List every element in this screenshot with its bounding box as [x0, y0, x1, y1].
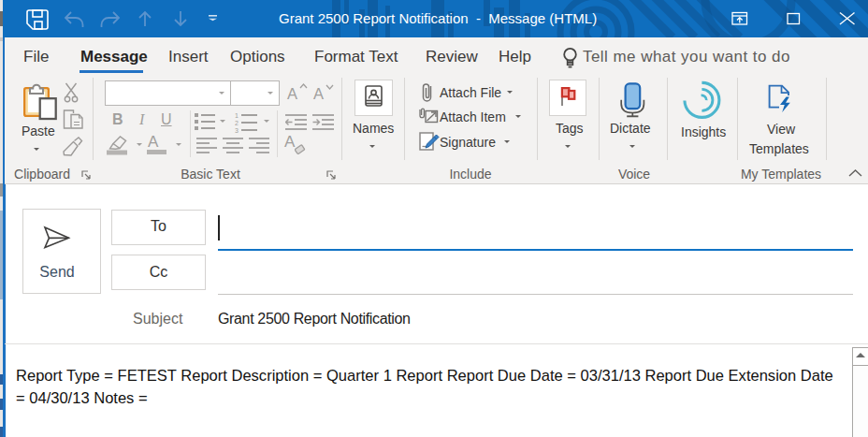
- svg-text:3: 3: [235, 127, 239, 134]
- svg-text:2: 2: [235, 120, 239, 126]
- svg-text:1: 1: [235, 112, 239, 119]
